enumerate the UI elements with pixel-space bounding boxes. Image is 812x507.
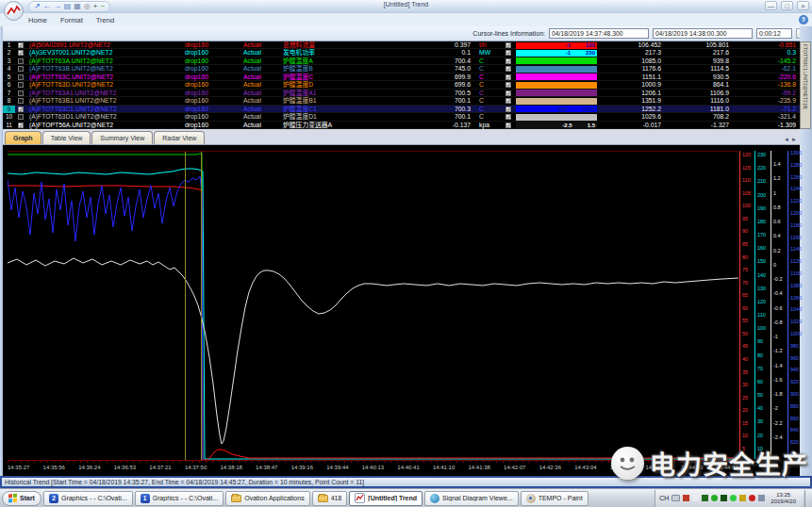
app-icon[interactable] (4, 1, 24, 21)
table-row[interactable]: 9✓(A)FTOTT63C1.UNIT2@NET2drop160Actual炉膛… (3, 106, 800, 113)
minimize-button[interactable]: — (765, 1, 777, 10)
taskbar-button-6[interactable]: Signal Diagram Viewe... (424, 491, 519, 506)
pen-cursor1-value: -0.017 (599, 122, 665, 129)
taskbar-button-2[interactable]: 1Graphics - - C:\Ovati... (135, 491, 224, 506)
pen-color-swatch[interactable]: -1230 (516, 50, 597, 57)
close-button[interactable]: × (797, 1, 809, 10)
tray-icon[interactable] (749, 495, 755, 501)
pen-plot-checkbox[interactable]: ✓ (505, 74, 511, 80)
table-row[interactable]: 7(A)FTOTT63A1.UNIT2@NET2drop160Actual炉膛温… (3, 90, 800, 97)
tray-icon[interactable] (711, 495, 718, 501)
pen-checkbox[interactable] (18, 66, 24, 72)
taskbar-button-1[interactable]: 2Graphics - - C:\Ovati... (43, 491, 133, 506)
tray-icon[interactable] (702, 495, 708, 501)
table-row[interactable]: 1✓(A)50A02691.UNIT2@NET2drop160Actual总燃料… (3, 41, 800, 49)
tray-icon[interactable] (692, 495, 699, 501)
tab-radar-view[interactable]: Radar View (154, 131, 205, 144)
tray-icon[interactable] (721, 495, 727, 501)
pen-checkbox[interactable] (18, 114, 24, 120)
taskbar-button-4[interactable]: 418 (312, 491, 348, 506)
selected-pen-side-tab[interactable]: FTOTT63C1.UNIT2@NET2 [9] (800, 41, 811, 129)
pen-color-swatch[interactable] (516, 98, 597, 105)
pen-color-swatch[interactable]: -2.51.5 (516, 122, 597, 128)
pen-color-swatch[interactable] (516, 82, 597, 89)
pen-color-swatch[interactable] (516, 114, 597, 121)
pen-color-swatch[interactable] (516, 90, 597, 96)
cursor-line-2[interactable] (201, 152, 202, 460)
tab-summary-view[interactable]: Summary View (91, 131, 153, 144)
menu-item-format[interactable]: Format (60, 16, 83, 25)
pen-checkbox[interactable]: ✓ (18, 50, 24, 56)
row-number: 5 (3, 74, 15, 81)
export-icon[interactable]: ▤ (64, 2, 72, 11)
trend-chart-icon[interactable]: ↗ (34, 2, 41, 11)
tab-scroll-right-icon[interactable]: ► (791, 137, 797, 142)
taskbar-button-3[interactable]: Ovation Applications (225, 491, 309, 506)
tray-icon[interactable] (739, 495, 746, 501)
cursor-duration-field[interactable] (756, 28, 792, 39)
cursor-time-1-field[interactable] (549, 28, 649, 39)
taskbar-clock[interactable]: 13:25 2019/4/20 (768, 492, 799, 504)
pen-plot-checkbox[interactable]: ✓ (505, 123, 511, 128)
pen-plot-checkbox[interactable]: ✓ (505, 42, 511, 48)
pen-plot-checkbox[interactable]: ✓ (505, 58, 511, 64)
tray-icon[interactable] (758, 495, 765, 501)
menu-item-trend[interactable]: Trend (96, 16, 114, 25)
pen-plot-checkbox[interactable]: ✓ (505, 90, 511, 96)
scale-min-label: -1 (516, 49, 586, 57)
pen-checkbox[interactable] (18, 90, 24, 96)
pen-checkbox[interactable] (18, 82, 24, 88)
add-icon[interactable]: + (93, 2, 98, 11)
language-indicator[interactable]: CH (659, 495, 669, 501)
cursor-line-1[interactable] (185, 152, 186, 460)
pen-checkbox[interactable] (18, 98, 24, 104)
table-row[interactable]: 11✓(A)FTOPT56A.UNIT2@NET2drop160Actual炉膛… (3, 122, 800, 129)
tray-icon[interactable] (730, 495, 737, 501)
pen-unit: kpa (474, 122, 503, 129)
pen-plot-checkbox[interactable]: ✓ (505, 114, 511, 120)
table-row[interactable]: 10(A)FTOTT63D1.UNIT2@NET2drop160Actual炉膛… (3, 113, 800, 121)
maximize-button[interactable]: □ (781, 1, 793, 10)
table-row[interactable]: 5(A)FTOTT63C.UNIT2@NET2drop160Actual炉膛温度… (3, 74, 800, 81)
pen-checkbox[interactable] (18, 58, 24, 64)
spark-icon[interactable]: ~ (100, 2, 105, 11)
tab-scroll-left-icon[interactable]: ◄ (784, 137, 789, 142)
pen-plot-checkbox[interactable]: ✓ (505, 106, 511, 112)
pen-color-swatch[interactable] (516, 74, 597, 80)
pen-checkbox[interactable] (18, 74, 24, 80)
trend-plot[interactable] (8, 151, 738, 459)
pen-color-swatch[interactable]: -1120 (516, 42, 597, 49)
pen-color-swatch[interactable] (516, 66, 597, 73)
taskbar-button-5[interactable]: [Untitled] Trend (349, 491, 423, 506)
menu-item-home[interactable]: Home (28, 16, 47, 25)
pen-color-swatch[interactable]: 8001300 (516, 106, 597, 112)
taskbar-button-7[interactable]: TEMPO - Paint (521, 491, 588, 506)
pen-checkbox[interactable]: ✓ (18, 106, 24, 112)
table-row[interactable]: 8(A)FTOTT63B1.UNIT2@NET2drop160Actual炉膛温… (3, 97, 800, 105)
pen-plot-checkbox[interactable]: ✓ (505, 98, 511, 104)
pen-plot-checkbox[interactable]: ✓ (505, 66, 511, 72)
pen-unit: C (474, 90, 503, 97)
back-icon[interactable]: ← (43, 2, 51, 11)
show-desktop-button[interactable] (804, 490, 810, 507)
table-row[interactable]: 2✓(A)GEV3T001.UNIT2@NET2drop160Actual发电机… (3, 49, 800, 57)
table-row[interactable]: 3(A)FTOTT63A.UNIT2@NET2drop160Actual炉膛温度… (3, 57, 800, 65)
tab-table-view[interactable]: Table View (42, 131, 91, 144)
help-icon[interactable]: ? (799, 15, 808, 25)
tray-icon[interactable] (683, 495, 689, 501)
pen-plot-checkbox[interactable]: ✓ (505, 82, 511, 88)
printer-icon[interactable] (671, 495, 680, 501)
pen-plot-checkbox[interactable]: ✓ (505, 50, 511, 56)
forward-icon[interactable]: → (54, 2, 61, 11)
pen-color-swatch[interactable] (516, 57, 597, 64)
cursor-time-2-field[interactable] (653, 28, 753, 39)
table-row[interactable]: 6(A)FTOTT63D.UNIT2@NET2drop160Actual炉膛温度… (3, 81, 800, 89)
grid-icon[interactable]: ▦ (74, 2, 81, 11)
start-button[interactable]: Start (2, 491, 41, 506)
pen-checkbox[interactable]: ✓ (18, 42, 24, 48)
axis-tick-label: -1.2 (773, 349, 787, 353)
table-row[interactable]: 4(A)FTOTT63B.UNIT2@NET2drop160Actual炉膛温度… (3, 65, 800, 73)
zoom-icon[interactable]: ◎ (84, 2, 91, 11)
tab-graph[interactable]: Graph (5, 131, 41, 144)
pen-checkbox[interactable]: ✓ (18, 123, 24, 128)
